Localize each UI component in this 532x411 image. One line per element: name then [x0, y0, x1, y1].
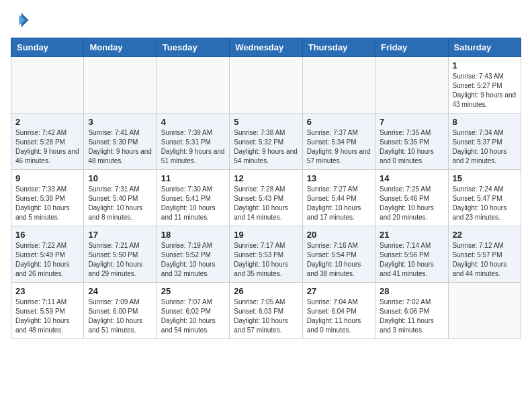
calendar-week-row: 16Sunrise: 7:22 AM Sunset: 5:49 PM Dayli…: [11, 226, 521, 283]
calendar-day-cell: 23Sunrise: 7:11 AM Sunset: 5:59 PM Dayli…: [11, 283, 84, 339]
calendar-day-cell: 11Sunrise: 7:30 AM Sunset: 5:41 PM Dayli…: [157, 170, 229, 226]
day-number: 22: [453, 230, 517, 240]
day-number: 26: [234, 286, 298, 296]
day-info: Sunrise: 7:31 AM Sunset: 5:40 PM Dayligh…: [88, 185, 152, 222]
calendar-day-cell: 27Sunrise: 7:04 AM Sunset: 6:04 PM Dayli…: [302, 283, 375, 339]
calendar-day-cell: 20Sunrise: 7:16 AM Sunset: 5:54 PM Dayli…: [302, 226, 375, 283]
day-number: 12: [234, 173, 298, 183]
calendar-day-cell: [84, 57, 157, 113]
calendar-header-row: SundayMondayTuesdayWednesdayThursdayFrid…: [11, 38, 521, 57]
column-header-saturday: Saturday: [448, 38, 521, 57]
day-info: Sunrise: 7:07 AM Sunset: 6:02 PM Dayligh…: [161, 298, 225, 335]
day-info: Sunrise: 7:24 AM Sunset: 5:47 PM Dayligh…: [453, 185, 517, 222]
day-info: Sunrise: 7:05 AM Sunset: 6:03 PM Dayligh…: [234, 298, 298, 335]
calendar-week-row: 2Sunrise: 7:42 AM Sunset: 5:28 PM Daylig…: [11, 113, 521, 170]
calendar-day-cell: [375, 57, 448, 113]
calendar-day-cell: 14Sunrise: 7:25 AM Sunset: 5:46 PM Dayli…: [375, 170, 448, 226]
column-header-friday: Friday: [375, 38, 448, 57]
day-number: 17: [88, 230, 152, 240]
day-info: Sunrise: 7:33 AM Sunset: 5:38 PM Dayligh…: [15, 185, 79, 222]
day-info: Sunrise: 7:27 AM Sunset: 5:44 PM Dayligh…: [307, 185, 371, 222]
calendar-day-cell: 21Sunrise: 7:14 AM Sunset: 5:56 PM Dayli…: [375, 226, 448, 283]
calendar-day-cell: 26Sunrise: 7:05 AM Sunset: 6:03 PM Dayli…: [230, 283, 302, 339]
day-number: 6: [307, 117, 371, 127]
day-info: Sunrise: 7:04 AM Sunset: 6:04 PM Dayligh…: [307, 298, 371, 335]
day-info: Sunrise: 7:28 AM Sunset: 5:43 PM Dayligh…: [234, 185, 298, 222]
day-number: 25: [161, 286, 225, 296]
day-info: Sunrise: 7:30 AM Sunset: 5:41 PM Dayligh…: [161, 185, 225, 222]
calendar-day-cell: 6Sunrise: 7:37 AM Sunset: 5:34 PM Daylig…: [302, 113, 375, 170]
day-number: 5: [234, 117, 298, 127]
calendar-day-cell: 8Sunrise: 7:34 AM Sunset: 5:37 PM Daylig…: [448, 113, 521, 170]
calendar-day-cell: 5Sunrise: 7:38 AM Sunset: 5:32 PM Daylig…: [230, 113, 302, 170]
day-number: 13: [307, 173, 371, 183]
calendar-day-cell: 22Sunrise: 7:12 AM Sunset: 5:57 PM Dayli…: [448, 226, 521, 283]
calendar-day-cell: 9Sunrise: 7:33 AM Sunset: 5:38 PM Daylig…: [11, 170, 84, 226]
day-number: 18: [161, 230, 225, 240]
calendar-day-cell: 13Sunrise: 7:27 AM Sunset: 5:44 PM Dayli…: [302, 170, 375, 226]
calendar-week-row: 23Sunrise: 7:11 AM Sunset: 5:59 PM Dayli…: [11, 283, 521, 339]
day-info: Sunrise: 7:35 AM Sunset: 5:35 PM Dayligh…: [380, 128, 443, 166]
day-info: Sunrise: 7:14 AM Sunset: 5:56 PM Dayligh…: [380, 241, 443, 279]
day-info: Sunrise: 7:09 AM Sunset: 6:00 PM Dayligh…: [88, 298, 152, 335]
day-info: Sunrise: 7:41 AM Sunset: 5:30 PM Dayligh…: [88, 128, 152, 166]
day-number: 9: [15, 173, 79, 183]
calendar-day-cell: [230, 57, 302, 113]
day-number: 1: [453, 60, 517, 71]
calendar-day-cell: [157, 57, 229, 113]
calendar-day-cell: 17Sunrise: 7:21 AM Sunset: 5:50 PM Dayli…: [84, 226, 157, 283]
day-info: Sunrise: 7:21 AM Sunset: 5:50 PM Dayligh…: [88, 241, 152, 279]
day-info: Sunrise: 7:34 AM Sunset: 5:37 PM Dayligh…: [453, 128, 517, 166]
calendar-day-cell: 18Sunrise: 7:19 AM Sunset: 5:52 PM Dayli…: [157, 226, 229, 283]
calendar-day-cell: 10Sunrise: 7:31 AM Sunset: 5:40 PM Dayli…: [84, 170, 157, 226]
calendar-day-cell: 1Sunrise: 7:43 AM Sunset: 5:27 PM Daylig…: [448, 57, 521, 113]
day-info: Sunrise: 7:25 AM Sunset: 5:46 PM Dayligh…: [380, 185, 443, 222]
calendar-day-cell: 7Sunrise: 7:35 AM Sunset: 5:35 PM Daylig…: [375, 113, 448, 170]
day-info: Sunrise: 7:42 AM Sunset: 5:28 PM Dayligh…: [15, 128, 79, 166]
day-number: 7: [380, 117, 443, 127]
day-number: 28: [380, 286, 443, 296]
column-header-thursday: Thursday: [302, 38, 375, 57]
day-number: 19: [234, 230, 298, 240]
day-number: 8: [453, 117, 517, 127]
day-number: 14: [380, 173, 443, 183]
calendar-week-row: 9Sunrise: 7:33 AM Sunset: 5:38 PM Daylig…: [11, 170, 521, 226]
day-number: 10: [88, 173, 152, 183]
logo-icon: [11, 11, 30, 30]
day-info: Sunrise: 7:16 AM Sunset: 5:54 PM Dayligh…: [307, 241, 371, 279]
day-info: Sunrise: 7:17 AM Sunset: 5:53 PM Dayligh…: [234, 241, 298, 279]
day-number: 11: [161, 173, 225, 183]
logo: [11, 11, 32, 30]
day-info: Sunrise: 7:19 AM Sunset: 5:52 PM Dayligh…: [161, 241, 225, 279]
calendar-day-cell: [302, 57, 375, 113]
day-number: 23: [15, 286, 79, 296]
day-number: 24: [88, 286, 152, 296]
day-number: 20: [307, 230, 371, 240]
calendar-day-cell: 4Sunrise: 7:39 AM Sunset: 5:31 PM Daylig…: [157, 113, 229, 170]
page-header: [11, 11, 521, 30]
calendar-table: SundayMondayTuesdayWednesdayThursdayFrid…: [11, 38, 521, 339]
day-info: Sunrise: 7:22 AM Sunset: 5:49 PM Dayligh…: [15, 241, 79, 279]
day-info: Sunrise: 7:39 AM Sunset: 5:31 PM Dayligh…: [161, 128, 225, 166]
calendar-day-cell: [448, 283, 521, 339]
day-info: Sunrise: 7:12 AM Sunset: 5:57 PM Dayligh…: [453, 241, 517, 279]
day-info: Sunrise: 7:11 AM Sunset: 5:59 PM Dayligh…: [15, 298, 79, 335]
day-info: Sunrise: 7:38 AM Sunset: 5:32 PM Dayligh…: [234, 128, 298, 166]
calendar-day-cell: 24Sunrise: 7:09 AM Sunset: 6:00 PM Dayli…: [84, 283, 157, 339]
column-header-monday: Monday: [84, 38, 157, 57]
day-number: 3: [88, 117, 152, 127]
day-number: 15: [453, 173, 517, 183]
calendar-day-cell: 15Sunrise: 7:24 AM Sunset: 5:47 PM Dayli…: [448, 170, 521, 226]
day-number: 2: [15, 117, 79, 127]
day-info: Sunrise: 7:02 AM Sunset: 6:06 PM Dayligh…: [380, 298, 443, 335]
column-header-wednesday: Wednesday: [230, 38, 302, 57]
day-info: Sunrise: 7:37 AM Sunset: 5:34 PM Dayligh…: [307, 128, 371, 166]
day-number: 21: [380, 230, 443, 240]
calendar-day-cell: 28Sunrise: 7:02 AM Sunset: 6:06 PM Dayli…: [375, 283, 448, 339]
day-number: 4: [161, 117, 225, 127]
calendar-day-cell: 25Sunrise: 7:07 AM Sunset: 6:02 PM Dayli…: [157, 283, 229, 339]
calendar-week-row: 1Sunrise: 7:43 AM Sunset: 5:27 PM Daylig…: [11, 57, 521, 113]
day-info: Sunrise: 7:43 AM Sunset: 5:27 PM Dayligh…: [453, 72, 517, 109]
calendar-day-cell: 16Sunrise: 7:22 AM Sunset: 5:49 PM Dayli…: [11, 226, 84, 283]
calendar-day-cell: 12Sunrise: 7:28 AM Sunset: 5:43 PM Dayli…: [230, 170, 302, 226]
